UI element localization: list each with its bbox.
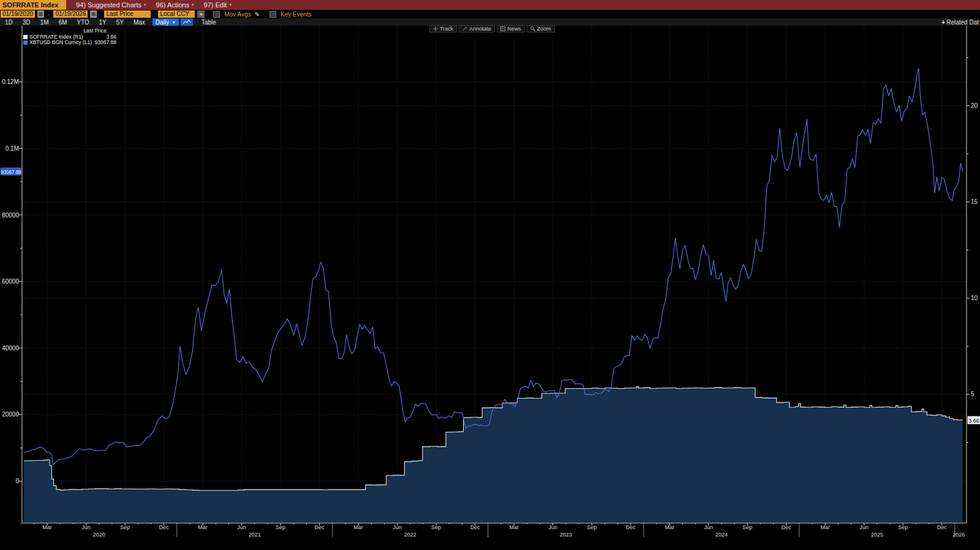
menu-suggested-charts[interactable]: 94) Suggested Charts ▾ (76, 1, 146, 9)
x-month-label: Mar (665, 524, 674, 530)
btc-last-price-badge-value: 93067.88 (1, 169, 21, 175)
related-data-button[interactable]: + Related Dat (941, 18, 979, 26)
start-date-field[interactable]: 01/19/2020 (1, 10, 35, 18)
x-year-label: 2026 (952, 532, 965, 538)
mov-avgs-label: Mov Avgs (224, 11, 251, 18)
chevron-down-icon: ▾ (229, 2, 232, 7)
sofr-swatch (23, 35, 28, 39)
table-button[interactable]: Table (202, 19, 216, 26)
sofr-last-price-badge-value: 3.66 (968, 418, 979, 424)
chip-label: Track (440, 26, 453, 32)
x-month-label: Jun (81, 524, 91, 530)
period-max[interactable]: Max (129, 19, 150, 26)
x-year-label: 2021 (249, 532, 261, 538)
x-month-label: Dec (315, 524, 325, 530)
chart-toolbar: Track Annotate News Zoom (429, 25, 555, 32)
y-left-label: 40000 (2, 345, 19, 352)
period-ytd[interactable]: YTD (72, 19, 94, 26)
line-chart-icon (183, 20, 191, 25)
calendar-icon[interactable]: ▦ (37, 10, 44, 18)
calendar-icon[interactable]: ▦ (90, 10, 97, 18)
zoom-button[interactable]: Zoom (527, 25, 555, 32)
menu-label: 94) Suggested Charts (76, 1, 141, 9)
period-3d[interactable]: 3D (18, 19, 36, 26)
menu-label: 96) Actions (156, 1, 189, 9)
period-1m[interactable]: 1M (36, 19, 54, 26)
end-date-field[interactable]: 01/19/2026 (53, 10, 88, 18)
x-month-label: Mar (198, 524, 208, 530)
news-button[interactable]: News (497, 25, 525, 32)
legend-row-btc[interactable]: XBTUSD BGN Curncy (L1) 93067.88 (23, 40, 116, 46)
x-month-label: Dec (159, 524, 170, 530)
security-field[interactable]: SOFRRATE Index (0, 0, 66, 10)
key-events-label: Key Events (281, 11, 312, 18)
crosshair-icon (433, 26, 438, 31)
chevron-down-icon: ▾ (192, 2, 194, 7)
related-data-label: Related Dat (946, 19, 979, 26)
news-icon (500, 26, 505, 31)
y-left-label: 60000 (2, 278, 19, 285)
frequency-label: Daily (156, 19, 169, 26)
frequency-dropdown[interactable]: Daily ▼ (153, 18, 179, 26)
y-right-label: 10 (971, 295, 978, 301)
security-name: SOFRRATE Index (2, 1, 58, 9)
x-month-label: Jun (704, 524, 713, 530)
x-month-label: Jun (860, 524, 869, 530)
chart-type-button[interactable] (181, 18, 193, 26)
menu-edit[interactable]: 97) Edit ▾ (203, 1, 231, 9)
x-month-label: Jun (548, 524, 557, 530)
legend-series-name: XBTUSD BGN Curncy (L1) (29, 40, 92, 46)
y-right-label: 15 (971, 198, 978, 205)
x-month-label: Sep (276, 524, 285, 530)
period-1y[interactable]: 1Y (94, 19, 111, 26)
track-button[interactable]: Track (429, 25, 457, 32)
y-left-label: 20000 (2, 411, 19, 418)
pencil-icon[interactable]: ✎ (255, 11, 260, 18)
chevron-down-icon: ▾ (144, 2, 146, 7)
x-month-label: Sep (120, 524, 130, 530)
x-month-label: Dec (937, 524, 948, 530)
chevron-down-icon: ▼ (172, 20, 176, 24)
x-year-label: 2022 (404, 532, 417, 538)
x-month-label: Sep (742, 524, 752, 530)
x-year-label: 2024 (715, 532, 728, 538)
y-right-label: 20 (971, 102, 978, 109)
x-month-label: Mar (353, 524, 363, 530)
mov-avgs-checkbox[interactable] (213, 11, 220, 18)
period-6m[interactable]: 6M (54, 19, 72, 26)
x-year-label: 2023 (560, 532, 572, 538)
currency-selector[interactable]: Local CCY (158, 10, 195, 18)
plot-area[interactable] (22, 26, 967, 523)
x-month-label: Jun (237, 524, 246, 530)
period-5y[interactable]: 5Y (111, 19, 129, 26)
plus-icon: + (941, 19, 945, 26)
y-right-label: 5 (971, 391, 974, 397)
title-bar: SOFRRATE Index 94) Suggested Charts ▾ 96… (0, 0, 980, 10)
period-1d[interactable]: 1D (0, 19, 18, 26)
y-left-label: 80000 (2, 212, 19, 219)
chart-legend: Last Price SOFRRATE Index (R1) 3.66 XBTU… (23, 28, 116, 46)
menu-actions[interactable]: 96) Actions ▾ (156, 1, 194, 9)
x-month-label: Mar (509, 524, 519, 530)
legend-series-value: 93067.88 (95, 40, 116, 46)
key-events-checkbox[interactable] (270, 11, 276, 18)
x-month-label: Sep (431, 524, 441, 530)
control-bar: 01/19/2020▦ - 01/19/2026▦ Last Price Loc… (0, 10, 980, 18)
price-chart: 0.12M0.1M8000060000400002000002015105Mar… (0, 0, 980, 550)
field-selector[interactable]: Last Price (104, 10, 151, 18)
date-range-separator: - (48, 11, 50, 18)
y-left-label: 0 (15, 478, 19, 484)
chip-label: Zoom (537, 26, 551, 32)
pencil-icon (462, 26, 467, 31)
x-month-label: Sep (898, 524, 908, 530)
x-year-label: 2025 (871, 532, 883, 538)
x-month-label: Mar (820, 524, 830, 530)
chevron-down-icon[interactable]: ▼ (197, 10, 205, 18)
x-year-label: 2020 (93, 532, 105, 538)
btc-swatch (23, 40, 28, 45)
annotate-button[interactable]: Annotate (459, 25, 495, 32)
chip-label: Annotate (469, 26, 491, 32)
x-month-label: Jun (393, 524, 402, 530)
x-month-label: Sep (587, 524, 597, 530)
x-month-label: Mar (42, 524, 52, 530)
